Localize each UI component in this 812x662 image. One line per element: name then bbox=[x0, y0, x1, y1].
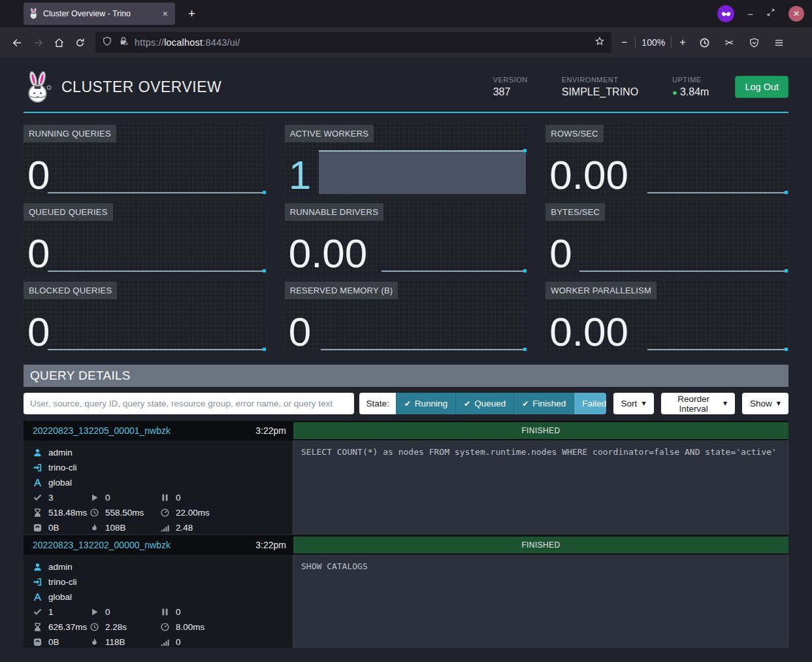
minimize-button[interactable]: − bbox=[747, 8, 753, 20]
sparkline bbox=[647, 349, 787, 350]
tab-close-icon[interactable]: × bbox=[161, 8, 170, 19]
zoom-level[interactable]: 100% bbox=[641, 37, 665, 48]
zoom-in-button[interactable]: + bbox=[677, 37, 687, 48]
user-icon bbox=[33, 562, 42, 572]
elapsed-time: 2.28s bbox=[105, 622, 127, 632]
check-icon: ✔ bbox=[522, 399, 528, 408]
forward-button[interactable] bbox=[27, 33, 48, 52]
hud-metric-card: RESERVED MEMORY (B) 0 bbox=[285, 280, 528, 352]
reorder-interval-dropdown[interactable]: Reorder Interval▼ bbox=[661, 393, 736, 414]
peak-memory-icon bbox=[89, 637, 99, 647]
reload-button[interactable] bbox=[69, 33, 90, 52]
sparkline bbox=[321, 349, 526, 350]
hud-metric-card: WORKER PARALLELISM 0.00 bbox=[545, 280, 788, 352]
peak-memory-icon bbox=[89, 523, 99, 533]
logout-button[interactable]: Log Out bbox=[735, 76, 788, 98]
hud-metric-card: BLOCKED QUERIES 0 bbox=[24, 280, 267, 352]
sparkline bbox=[48, 271, 265, 272]
queued-splits: 0 bbox=[176, 607, 181, 617]
sparkline bbox=[319, 150, 527, 194]
completed-splits-icon bbox=[33, 493, 42, 503]
current-memory: 0B bbox=[48, 523, 59, 533]
query-time: 3:22pm bbox=[255, 425, 286, 436]
lock-warning-icon[interactable] bbox=[118, 36, 129, 49]
show-dropdown[interactable]: Show▼ bbox=[742, 393, 788, 414]
state-label: State: bbox=[359, 393, 395, 414]
queued-splits-icon bbox=[160, 607, 170, 617]
state-filter-queued[interactable]: ✔Queued bbox=[455, 393, 513, 414]
query-id-link[interactable]: 20220823_132205_00001_nwbzk bbox=[33, 425, 171, 436]
trino-favicon bbox=[29, 8, 39, 20]
query-text: SHOW CATALOGS bbox=[293, 555, 788, 648]
page-title: CLUSTER OVERVIEW bbox=[61, 78, 221, 96]
query-row-header: 20220823_132205_00001_nwbzk 3:22pm FINIS… bbox=[24, 421, 788, 440]
search-input[interactable] bbox=[24, 393, 354, 414]
sort-dropdown[interactable]: Sort▼ bbox=[613, 393, 654, 414]
hud-metric-value: 0.00 bbox=[289, 235, 368, 273]
resource-group-icon bbox=[33, 478, 42, 488]
resource-group-icon bbox=[33, 592, 42, 602]
cumulative-memory-icon bbox=[160, 637, 170, 647]
environment-label: ENVIRONMENT bbox=[562, 76, 638, 84]
query-row: 20220823_132205_00001_nwbzk 3:22pm FINIS… bbox=[24, 421, 788, 534]
extension-shield-icon[interactable] bbox=[744, 33, 765, 52]
query-time: 3:22pm bbox=[255, 540, 286, 550]
trino-page: CLUSTER OVERVIEW VERSION 387 ENVIRONMENT… bbox=[0, 58, 812, 662]
wall-time-icon bbox=[33, 622, 42, 632]
query-resource-group: global bbox=[48, 478, 72, 488]
hud-metric-value: 1 bbox=[289, 156, 311, 195]
shield-icon[interactable] bbox=[102, 36, 112, 49]
zoom-out-button[interactable]: − bbox=[619, 37, 629, 48]
cpu-time: 22.00ms bbox=[176, 508, 210, 518]
uptime-value: ●3.84m bbox=[672, 86, 709, 98]
hud-metric-card: ROWS/SEC 0.00 bbox=[545, 123, 788, 195]
completed-splits: 1 bbox=[48, 607, 54, 617]
query-resource-group: global bbox=[48, 592, 72, 602]
version-label: VERSION bbox=[493, 76, 528, 84]
cpu-time-icon bbox=[160, 508, 170, 518]
running-splits-icon bbox=[89, 493, 99, 503]
hud-metric-label: BLOCKED QUERIES bbox=[24, 282, 117, 299]
query-row-header: 20220823_132202_00000_nwbzk 3:22pm FINIS… bbox=[24, 535, 788, 555]
queued-splits-icon bbox=[160, 493, 170, 503]
back-button[interactable] bbox=[7, 33, 27, 52]
tab-title: Cluster Overview - Trino bbox=[43, 9, 156, 18]
hud-metric-value: 0 bbox=[27, 156, 50, 195]
bookmark-star-icon[interactable] bbox=[594, 36, 605, 49]
query-text: SELECT COUNT(*) as nodes FROM system.run… bbox=[293, 440, 788, 534]
new-tab-button[interactable]: + bbox=[183, 5, 201, 22]
query-source: trino-cli bbox=[48, 577, 77, 587]
chevron-down-icon: ▼ bbox=[641, 401, 645, 406]
state-filter-finished[interactable]: ✔Finished bbox=[513, 393, 574, 414]
query-source: trino-cli bbox=[48, 463, 77, 472]
screenshot-scissors-icon[interactable]: ✂ bbox=[719, 33, 740, 52]
state-filter-failed[interactable]: Failed▼ bbox=[574, 393, 606, 414]
hud-metric-card: RUNNING QUERIES 0 bbox=[24, 123, 267, 195]
query-id-link[interactable]: 20220823_132202_00000_nwbzk bbox=[33, 540, 171, 550]
chevron-down-icon: ▼ bbox=[777, 401, 781, 406]
cumulative-memory: 0 bbox=[176, 637, 181, 647]
menu-icon[interactable] bbox=[769, 33, 790, 52]
window-close-button[interactable]: ✕ bbox=[788, 6, 804, 22]
state-filter-running[interactable]: ✔Running bbox=[396, 393, 455, 414]
hud-metric-label: ACTIVE WORKERS bbox=[285, 125, 374, 142]
private-mask-icon[interactable] bbox=[717, 5, 734, 22]
hud-metric-value: 0 bbox=[27, 235, 50, 273]
url-bar[interactable]: https://localhost:8443/ui/ bbox=[95, 32, 611, 53]
running-splits: 0 bbox=[105, 493, 110, 503]
trino-bunny-logo bbox=[24, 71, 52, 103]
state-filter-group: State: ✔Running✔Queued✔FinishedFailed▼ bbox=[359, 393, 606, 414]
browser-tab[interactable]: Cluster Overview - Trino × bbox=[24, 3, 175, 25]
wall-time: 626.37ms bbox=[48, 622, 87, 632]
hud-metric-value: 0.00 bbox=[549, 313, 628, 352]
hud-metric-value: 0.00 bbox=[549, 156, 628, 195]
wall-time-icon bbox=[33, 508, 42, 518]
cumulative-memory: 2.48 bbox=[176, 523, 193, 533]
hud-metric-label: RUNNING QUERIES bbox=[24, 125, 116, 142]
chevron-down-icon: ▼ bbox=[723, 401, 727, 406]
home-button[interactable] bbox=[48, 33, 69, 52]
history-icon[interactable] bbox=[694, 33, 715, 52]
restore-button[interactable] bbox=[766, 8, 775, 20]
elapsed-time-icon bbox=[89, 622, 99, 632]
hud-metrics-grid: RUNNING QUERIES 0 ACTIVE WORKERS 1 ROWS/… bbox=[24, 123, 788, 352]
